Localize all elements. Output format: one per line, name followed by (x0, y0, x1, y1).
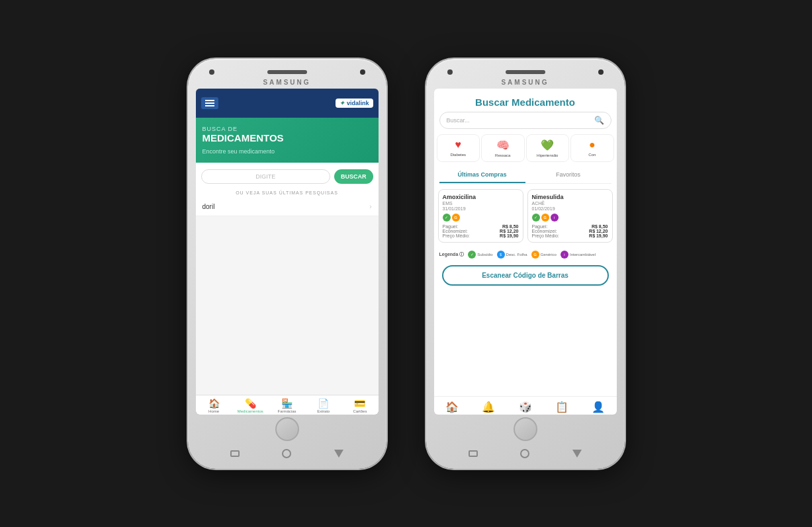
phone-2-screen: Buscar Medicamento Buscar... 🔍 ♥ Diabete… (434, 89, 617, 415)
p2-recent-apps-button[interactable] (572, 450, 582, 458)
pill-icon: 💊 (245, 398, 256, 409)
subsidio-badge-2: ✓ (532, 214, 540, 222)
paguei-key: Paguei: (443, 224, 459, 229)
legend-subsidio-icon: ✓ (468, 251, 476, 259)
nav-home-label: Home (208, 409, 219, 413)
menu-button[interactable] (201, 97, 218, 109)
con-icon: ● (589, 139, 596, 151)
card-icon: 💳 (354, 398, 365, 409)
phone-2-bottom-bar (434, 444, 617, 461)
chevron-right-icon: › (369, 203, 371, 210)
p2-nav-notifications[interactable]: 🔔 (471, 401, 507, 413)
phone-1-header: ✦ vidalink (196, 89, 379, 118)
legend-section: Legenda ⓘ ✓ Subsídio $ Desc. Folha G Gen… (434, 248, 617, 261)
search-area: DIGITE BUSCAR (196, 163, 379, 190)
paguei-val-2: R$ 8,50 (592, 224, 608, 229)
preco-key: Preço Médio: (443, 233, 470, 238)
card-nimesulida[interactable]: Nimesulida ACHÊ 01/02/2019 ✓ G i Paguei:… (527, 189, 613, 243)
economizei-val-2: R$ 12,20 (589, 229, 608, 233)
card-1-row-paguei: Paguei: R$ 8,50 (443, 224, 519, 229)
logo-text: vidalink (347, 100, 369, 106)
search-placeholder: Buscar... (447, 117, 592, 124)
card-1-row-preco: Preço Médio: R$ 19,90 (443, 233, 519, 238)
search-button[interactable]: BUSCAR (334, 169, 373, 184)
card-amoxicilina[interactable]: Amoxicilina EMS 31/01/2019 ✓ G Paguei: R… (438, 189, 523, 243)
p2-barcode-icon: 🎲 (519, 401, 532, 413)
phone-2-top-bar (434, 67, 617, 79)
home-icon: 🏠 (208, 398, 220, 409)
category-ressaca-label: Ressaca (483, 153, 523, 157)
p2-nav-profile[interactable]: 👤 (580, 401, 616, 413)
card-2-date: 01/02/2019 (532, 206, 608, 211)
category-hipertensao[interactable]: 💚 Hipertensão (526, 134, 570, 162)
recent-item-text: doril (203, 203, 215, 210)
recent-item-doril[interactable]: doril › (196, 198, 379, 216)
categories-row: ♥ Diabetes 🧠 Ressaca 💚 Hipertensão ● Con (434, 134, 617, 167)
search-bar[interactable]: Buscar... 🔍 (439, 112, 611, 129)
card-2-name: Nimesulida (532, 194, 608, 200)
menu-line-2 (205, 102, 214, 104)
phone-1-brand: SAMSUNG (196, 79, 379, 86)
card-1-date: 31/01/2019 (443, 206, 519, 211)
category-ressaca[interactable]: 🧠 Ressaca (481, 134, 525, 162)
legend-subsidio: ✓ Subsídio (468, 251, 492, 259)
p2-nav-barcode[interactable]: 🎲 (507, 401, 543, 413)
legend-intercambiavel-icon: i (561, 251, 568, 259)
card-2-row-preco: Preço Médio: R$ 19,90 (532, 233, 608, 238)
card-2-row-economizei: Economizei: R$ 12,20 (532, 229, 608, 233)
p2-back-button[interactable] (469, 450, 478, 457)
preco-val-2: R$ 19,90 (589, 233, 608, 238)
speaker-icon (267, 70, 307, 74)
preco-val: R$ 19,90 (500, 233, 518, 238)
search-icon: 🔍 (594, 116, 604, 125)
category-con[interactable]: ● Con (570, 134, 614, 162)
home-circle-button[interactable] (282, 449, 291, 458)
p2-profile-icon: 👤 (592, 401, 605, 413)
legend-generico-icon: G (531, 251, 539, 259)
menu-line-3 (205, 105, 214, 106)
scan-barcode-button[interactable]: Escanear Código de Barras (442, 265, 609, 286)
tab-ultimas-compras[interactable]: Últimas Compras (439, 167, 525, 183)
generico-badge-2: G (541, 214, 549, 222)
subsidio-badge: ✓ (443, 214, 451, 222)
generico-badge: G (452, 214, 460, 222)
search-input[interactable]: DIGITE (201, 169, 330, 184)
legend-intercambiavel: i Intercambiável (561, 251, 596, 259)
recent-apps-button[interactable] (334, 450, 343, 458)
front-camera-icon (209, 69, 214, 75)
nav-medicamentos[interactable]: 💊 Medicamentos (232, 398, 269, 413)
economizei-key: Economizei: (443, 229, 468, 233)
recent-searches-label: OU VEJA SUAS ÚLTIMAS PESQUISAS (201, 190, 373, 195)
category-diabetes-label: Diabetes (439, 153, 478, 157)
nav-cartoes[interactable]: 💳 Cartões (341, 398, 378, 413)
phone-1-home-button[interactable] (275, 417, 299, 441)
hipertensao-icon: 💚 (541, 139, 554, 151)
category-diabetes[interactable]: ♥ Diabetes (437, 134, 480, 162)
phone-2-bottom-nav: 🏠 🔔 🎲 📋 👤 (434, 396, 617, 415)
legend-generico: G Genérico (531, 251, 557, 259)
p2-nav-list[interactable]: 📋 (543, 401, 580, 413)
medicine-cards: Amoxicilina EMS 31/01/2019 ✓ G Paguei: R… (434, 184, 617, 248)
tab-favoritos[interactable]: Favoritos (525, 167, 611, 183)
nav-home[interactable]: 🏠 Home (196, 398, 232, 413)
p2-nav-home[interactable]: 🏠 (434, 401, 471, 413)
hero-section: BUSCA DE MEDICAMENTOS Encontre seu medic… (196, 118, 379, 163)
legend-desc-folha: $ Desc. Folha (497, 251, 527, 259)
economizei-key-2: Economizei: (532, 229, 557, 233)
nav-farmacias[interactable]: 🏪 Farmácias (269, 398, 305, 413)
sensor-icon (360, 69, 365, 75)
p2-home-circle-button[interactable] (520, 449, 529, 458)
category-hipertensao-label: Hipertensão (528, 153, 568, 157)
paguei-key-2: Paguei: (532, 224, 548, 229)
back-button[interactable] (230, 450, 240, 457)
phone-2-home-button[interactable] (514, 417, 537, 441)
nav-extrato[interactable]: 📄 Extrato (305, 398, 341, 413)
p2-list-icon: 📋 (555, 401, 568, 413)
legend-title: Legenda ⓘ (439, 251, 465, 258)
phone-1-screen-outer: ✦ vidalink BUSCA DE MEDICAMENTOS Encontr… (196, 89, 379, 415)
ressaca-icon: 🧠 (496, 139, 510, 151)
nav-medicamentos-label: Medicamentos (238, 409, 263, 413)
content-area (196, 216, 379, 395)
extrato-icon: 📄 (318, 398, 329, 409)
legend-subsidio-label: Subsídio (477, 253, 492, 257)
